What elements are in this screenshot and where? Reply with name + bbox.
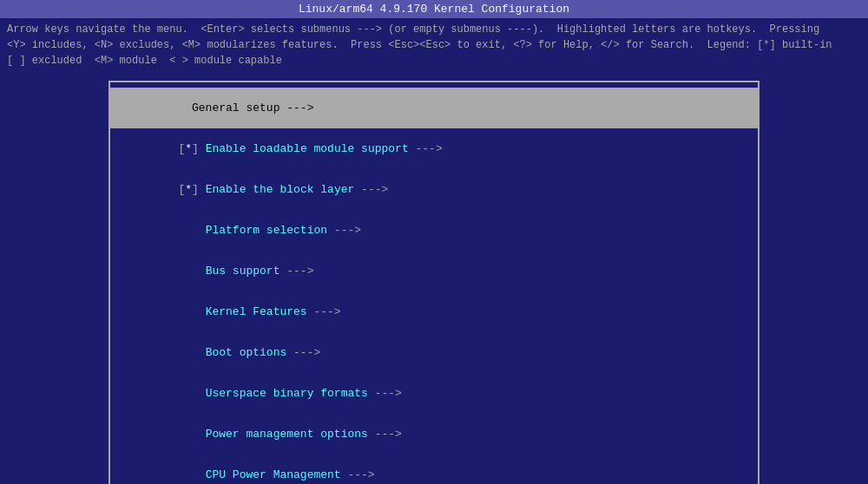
menu-item-general-setup[interactable]: General setup ---> (110, 88, 758, 128)
menu-item-boot-options[interactable]: Boot options ---> (110, 332, 758, 373)
help-line-2: <Y> includes, <N> excludes, <M> modulari… (7, 37, 861, 53)
help-text-area: Arrow keys navigate the menu. <Enter> se… (0, 18, 868, 72)
title-text: Linux/arm64 4.9.170 Kernel Configuration (299, 3, 569, 16)
menu-item-power-management[interactable]: Power management options ---> (110, 414, 758, 455)
general-setup-text: General setup (192, 101, 279, 114)
main-area: General setup ---> [*] Enable loadable m… (0, 72, 868, 484)
menu-item-bus-support[interactable]: Bus support ---> (110, 251, 758, 291)
menu-item-kernel-features[interactable]: Kernel Features ---> (110, 291, 758, 332)
menu-item-platform-selection[interactable]: Platform selection ---> (110, 210, 758, 251)
menu-item-cpu-power[interactable]: CPU Power Management ---> (110, 455, 758, 484)
menu-box: General setup ---> [*] Enable loadable m… (108, 81, 760, 484)
help-line-3: [ ] excluded <M> module < > module capab… (7, 53, 861, 69)
help-line-1: Arrow keys navigate the menu. <Enter> se… (7, 22, 861, 37)
menu-item-loadable-module[interactable]: [*] Enable loadable module support ---> (110, 128, 758, 169)
title-bar: Linux/arm64 4.9.170 Kernel Configuration (0, 0, 868, 18)
menu-item-block-layer[interactable]: [*] Enable the block layer ---> (110, 169, 758, 210)
terminal-window: Linux/arm64 4.9.170 Kernel Configuration… (0, 0, 868, 484)
menu-item-userspace-binary[interactable]: Userspace binary formats ---> (110, 373, 758, 414)
